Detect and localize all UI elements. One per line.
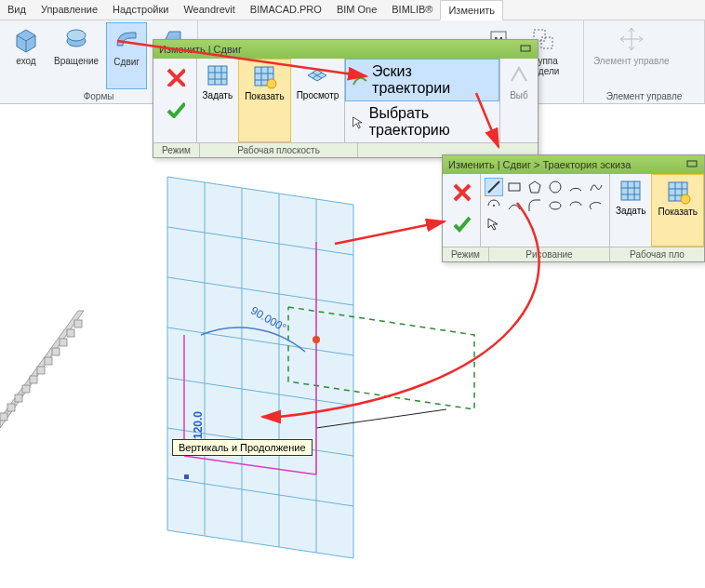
circle-tool[interactable]: [546, 178, 565, 196]
tab-strip: Вид Управление Надстройки Weandrevit BIM…: [0, 0, 705, 20]
popup1-expand-icon[interactable]: [519, 42, 532, 57]
svg-rect-44: [15, 394, 22, 402]
svg-rect-48: [45, 357, 52, 365]
svg-line-27: [167, 478, 353, 506]
popup2-workplane-label: Рабочая пло: [610, 247, 704, 261]
tab-izmenit[interactable]: Изменить: [440, 0, 503, 20]
svg-rect-42: [0, 413, 7, 421]
angle-annotation: 90.000°: [248, 304, 288, 335]
path-icon: [352, 72, 368, 88]
svg-point-9: [267, 79, 276, 88]
svg-rect-6: [521, 46, 530, 51]
svg-line-21: [167, 177, 353, 205]
popup1-mode-group: [153, 59, 196, 142]
control-element-button[interactable]: Элемент управле: [590, 22, 673, 89]
svg-rect-17: [621, 181, 640, 200]
finish-mode-button[interactable]: [165, 98, 185, 122]
rotate-label: Вращение: [54, 56, 99, 66]
show-button[interactable]: Показать: [238, 59, 291, 142]
svg-line-37: [184, 456, 316, 474]
popup1-workplane-label: Рабочая плоскость: [200, 143, 358, 157]
popup1-title: Изменить | Сдвиг: [159, 44, 242, 55]
sweep-button[interactable]: Сдвиг: [106, 22, 147, 89]
tab-nadstroiki[interactable]: Надстройки: [105, 0, 176, 20]
svg-line-25: [167, 378, 353, 406]
x-icon: [165, 66, 185, 87]
svg-line-55: [335, 221, 445, 244]
vyb-button[interactable]: Выб: [500, 59, 538, 142]
svg-line-35: [316, 409, 446, 428]
tab-upravlenie[interactable]: Управление: [33, 0, 105, 20]
draw-tools-grid: [481, 174, 609, 247]
extrude-label: еход: [16, 56, 35, 66]
spline-tool[interactable]: [587, 178, 605, 196]
svg-line-22: [167, 227, 353, 255]
tab-bimacad[interactable]: BIMACAD.PRO: [243, 0, 329, 20]
cancel-mode-button[interactable]: [165, 66, 185, 90]
finish-sketch-button[interactable]: [451, 213, 472, 237]
rotate-button[interactable]: Вращение: [50, 22, 102, 89]
set-plane-button2[interactable]: Задать: [610, 174, 652, 247]
pick-lines-tool[interactable]: [485, 215, 503, 234]
popup2-title-bar[interactable]: Изменить | Сдвиг > Траектория эскиза: [443, 155, 704, 174]
svg-rect-12: [509, 183, 520, 191]
grid-icon: [205, 62, 231, 88]
extrude-button[interactable]: еход: [6, 22, 47, 89]
ellipse-arc-tool[interactable]: [587, 196, 605, 215]
line-tool[interactable]: [485, 178, 503, 196]
control-element-label: Элемент управле: [593, 56, 670, 66]
svg-rect-46: [30, 376, 37, 383]
rect-tool[interactable]: [505, 178, 524, 196]
svg-rect-39: [184, 474, 189, 479]
popup2-expand-icon[interactable]: [685, 157, 698, 172]
arc3pt-tool[interactable]: [566, 178, 585, 196]
sweep-label: Сдвиг: [113, 57, 140, 67]
box-icon: [11, 24, 41, 54]
show-plane-button2[interactable]: Показать: [651, 174, 704, 247]
pick-path-button[interactable]: Выбрать траекторию: [345, 101, 499, 142]
svg-point-19: [681, 194, 690, 204]
svg-point-15: [493, 205, 495, 207]
polygon-tool[interactable]: [525, 178, 544, 196]
popup1-mode-label: Режим: [153, 143, 200, 157]
tab-bimlib[interactable]: BIMLIB®: [384, 0, 440, 20]
svg-point-1: [67, 30, 86, 41]
svg-point-14: [550, 181, 561, 193]
fillet-tool[interactable]: [525, 196, 544, 215]
svg-rect-50: [60, 339, 67, 346]
svg-rect-49: [52, 348, 60, 355]
svg-rect-45: [22, 385, 30, 393]
preview-button[interactable]: Просмотр: [291, 59, 345, 142]
arrows-icon: [617, 24, 646, 54]
grid-bulb-icon: [665, 179, 691, 205]
svg-line-11: [488, 181, 499, 193]
svg-rect-51: [67, 329, 74, 337]
half-ellipse-tool[interactable]: [566, 196, 585, 215]
svg-marker-20: [167, 177, 353, 558]
svg-rect-52: [74, 320, 82, 327]
grid-icon: [618, 178, 644, 204]
cursor-icon: [351, 114, 366, 130]
popup1-title-bar[interactable]: Изменить | Сдвиг: [153, 40, 538, 59]
popup-modify-sweep: Изменить | Сдвиг Задать Показать: [153, 39, 539, 158]
snap-tooltip: Вертикаль и Продолжение: [172, 439, 313, 456]
svg-point-40: [313, 336, 320, 343]
popup2-title: Изменить | Сдвиг > Траектория эскиза: [448, 159, 631, 170]
svg-rect-43: [7, 404, 15, 411]
check-icon: [451, 213, 472, 234]
tab-weandrevit[interactable]: Weandrevit: [176, 0, 242, 20]
set-button[interactable]: Задать: [197, 59, 239, 142]
dimension-annotation: 120.0: [192, 411, 205, 439]
arc-tan-tool[interactable]: [505, 196, 524, 215]
tab-bimone[interactable]: BIM One: [329, 0, 384, 20]
cancel-sketch-button[interactable]: [451, 181, 472, 206]
svg-rect-47: [37, 367, 45, 374]
ellipse-tool[interactable]: [546, 196, 565, 215]
sweep-icon: [112, 25, 141, 55]
arc-center-tool[interactable]: [485, 196, 503, 215]
sketch-path-button[interactable]: Эскиз траектории: [345, 59, 499, 101]
rotate-shape-icon: [61, 24, 91, 54]
tab-vid[interactable]: Вид: [0, 0, 33, 20]
control-group-label: Элемент управле: [590, 89, 698, 101]
x-icon: [451, 181, 472, 202]
